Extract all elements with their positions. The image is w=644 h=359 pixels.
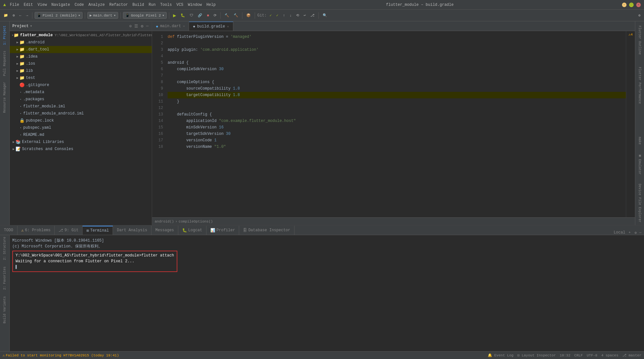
- git-check-icon[interactable]: ✓: [268, 12, 273, 18]
- menu-run[interactable]: Run: [147, 2, 158, 8]
- bottom-strip-build-variants[interactable]: Build Variants: [3, 296, 6, 323]
- settings-gear-button[interactable]: ⚙: [637, 12, 642, 18]
- close-button[interactable]: ✕: [636, 3, 641, 7]
- git-push-icon[interactable]: ↑: [281, 13, 287, 18]
- tab-build-gradle[interactable]: ◆ build.gradle ✕: [189, 22, 233, 31]
- project-settings-icon[interactable]: ⚙: [140, 23, 144, 29]
- code-editor[interactable]: def flutterPluginVersion = 'managed' app…: [165, 31, 626, 217]
- run-button[interactable]: ▶: [172, 11, 178, 20]
- tree-test[interactable]: ▶ 📁 test: [10, 74, 152, 82]
- bottom-tab-profiler[interactable]: 📊 Profiler: [206, 226, 239, 235]
- tree-packages[interactable]: · .packages: [10, 96, 152, 103]
- config-selector[interactable]: ▶ main.dart ▾: [87, 12, 118, 19]
- tree-ios[interactable]: ▶ 📁 .ios: [10, 60, 152, 67]
- device-selector[interactable]: 📱 Pixel 2 (mobile) ▾: [35, 12, 83, 19]
- tree-gitignore[interactable]: 🔴 .gitignore: [10, 82, 152, 89]
- git-check2-icon[interactable]: ✓: [275, 12, 280, 18]
- status-indent[interactable]: 4 spaces: [601, 354, 618, 357]
- status-encoding[interactable]: CRLF: [574, 354, 583, 357]
- stop-button[interactable]: ■: [205, 13, 211, 18]
- menu-edit[interactable]: Edit: [22, 2, 35, 8]
- more-build-button[interactable]: 🔨: [232, 12, 240, 18]
- git-vcs-icon[interactable]: ⎇: [309, 12, 316, 18]
- git-pull-icon[interactable]: ↓: [288, 13, 294, 18]
- maximize-button[interactable]: □: [629, 3, 634, 7]
- toolbar-back-icon[interactable]: ←: [18, 13, 23, 18]
- project-dropdown-icon[interactable]: ▾: [30, 24, 32, 28]
- sync-button[interactable]: ⟳: [212, 12, 218, 18]
- terminal-close-icon[interactable]: —: [639, 231, 641, 234]
- bottom-tab-logcat[interactable]: 🐛 Logcat: [178, 226, 206, 235]
- search-button[interactable]: 🔍: [321, 12, 329, 18]
- status-charset[interactable]: UTF-8: [587, 354, 597, 357]
- bottom-tab-database-inspector[interactable]: 🗄 Database Inspector: [239, 226, 294, 235]
- status-event-log[interactable]: 🔔 Event Log: [488, 353, 514, 357]
- menu-window[interactable]: Window: [186, 2, 204, 8]
- tab-main-dart[interactable]: ◆ main.dart ✕: [152, 22, 189, 31]
- tree-flutter-module-iml[interactable]: · flutter_module.iml: [10, 103, 152, 110]
- tree-external-libs[interactable]: ▶ 📚 External Libraries: [10, 138, 152, 146]
- bottom-strip-structure[interactable]: 2: Structure: [3, 237, 6, 260]
- tree-idea[interactable]: ▶ 📁 .idea: [10, 53, 152, 60]
- minimize-button[interactable]: –: [622, 3, 627, 7]
- toolbar-folder-icon[interactable]: 📁: [2, 12, 10, 18]
- status-layout-inspector[interactable]: ⊡ Layout Inspector: [517, 353, 556, 357]
- tree-lib[interactable]: ▶ 📁 lib: [10, 67, 152, 74]
- tree-pubspec-lock[interactable]: 🔒 pubspec.lock: [10, 117, 152, 124]
- git-revert-icon[interactable]: ↩: [302, 12, 307, 18]
- right-tab-emulator[interactable]: ▣ Emulator: [637, 151, 643, 177]
- menu-code[interactable]: Code: [72, 2, 86, 8]
- sidebar-tab-resource-manager[interactable]: Resource Manager: [2, 79, 8, 115]
- debug-button[interactable]: 🐛: [179, 12, 187, 18]
- menu-analyze[interactable]: Analyze: [86, 2, 106, 8]
- toolbar-forward-icon[interactable]: →: [24, 13, 30, 18]
- menu-navigate[interactable]: Navigate: [50, 2, 72, 8]
- menu-view[interactable]: View: [36, 2, 49, 8]
- tree-flutter-module-android-iml[interactable]: · flutter_module_android.iml: [10, 110, 152, 117]
- tree-metadata[interactable]: · .metadata: [10, 89, 152, 96]
- sdk-manager-button[interactable]: 📦: [245, 12, 252, 18]
- tree-dart-tool[interactable]: ▶ 📁 .dart_tool: [10, 46, 152, 53]
- menu-refactor[interactable]: Refactor: [107, 2, 130, 8]
- terminal-local-tab[interactable]: Local: [614, 230, 625, 235]
- attach-button[interactable]: 🔗: [196, 12, 204, 18]
- tab-main-dart-close[interactable]: ✕: [183, 24, 185, 28]
- right-tab-flutter-performance[interactable]: Flutter Performance: [637, 64, 643, 106]
- tree-scratches[interactable]: ▶ 📝 Scratches and Consoles: [10, 146, 152, 153]
- bottom-strip-favorites[interactable]: 2: Favorites: [3, 267, 6, 290]
- sidebar-tab-pull-requests[interactable]: Pull Requests: [2, 48, 8, 79]
- tree-readme[interactable]: · README.md: [10, 131, 152, 138]
- menu-file[interactable]: File: [8, 2, 21, 8]
- bottom-tab-messages[interactable]: Messages: [151, 226, 178, 235]
- bottom-tab-git[interactable]: ⎇ 9: Git: [55, 226, 83, 235]
- bottom-tab-terminal[interactable]: ⊞ Terminal: [83, 226, 113, 235]
- toolbar-settings-icon[interactable]: ⚙: [11, 12, 17, 18]
- terminal-add-icon[interactable]: +: [628, 231, 631, 234]
- right-tab-make[interactable]: make: [637, 134, 643, 147]
- tree-root[interactable]: ▾ 📁 flutter_module Y:\002_WorkSpace\001_…: [10, 32, 152, 39]
- terminal-area[interactable]: Microsoft Windows [版本 10.0.19041.1165] (…: [10, 235, 644, 351]
- bottom-tab-problems[interactable]: ⚠ 6: Problems: [17, 226, 55, 235]
- device2-selector[interactable]: 📱 Google Pixel 2 ▾: [123, 12, 167, 19]
- bottom-tab-todo[interactable]: TODO: [0, 226, 17, 235]
- bottom-tab-dart-analysis[interactable]: Dart Analysis: [113, 226, 151, 235]
- editor-content[interactable]: 1 2 3 4 5 6 7 8 9 10 11 12 13 14 15 16 1: [152, 31, 626, 217]
- git-history-icon[interactable]: ⟲: [294, 12, 301, 18]
- project-scope-icon[interactable]: ⊙: [129, 23, 133, 29]
- run-with-coverage-button[interactable]: 🛡: [188, 12, 195, 18]
- terminal-settings-icon[interactable]: ⚙: [635, 231, 637, 235]
- project-layout-icon[interactable]: ☰: [134, 23, 139, 29]
- menu-help[interactable]: Help: [205, 2, 218, 8]
- sidebar-tab-project[interactable]: 1: Project: [2, 23, 8, 48]
- build-button[interactable]: 🔨: [223, 12, 231, 18]
- status-branch[interactable]: ⎇ master: [622, 353, 641, 357]
- right-tab-flutter-outline[interactable]: Flutter Outline: [637, 23, 643, 57]
- menu-tools[interactable]: Tools: [158, 2, 174, 8]
- tree-android[interactable]: ▶ 📁 .android: [10, 39, 152, 46]
- right-tab-device-file-explorer[interactable]: Device File Explorer: [637, 181, 643, 225]
- menu-build[interactable]: Build: [130, 2, 146, 8]
- menu-vcs[interactable]: VCS: [174, 2, 185, 8]
- project-close-icon[interactable]: —: [145, 23, 149, 29]
- tree-pubspec-yaml[interactable]: · pubspec.yaml: [10, 124, 152, 131]
- tab-build-gradle-close[interactable]: ✕: [227, 25, 229, 28]
